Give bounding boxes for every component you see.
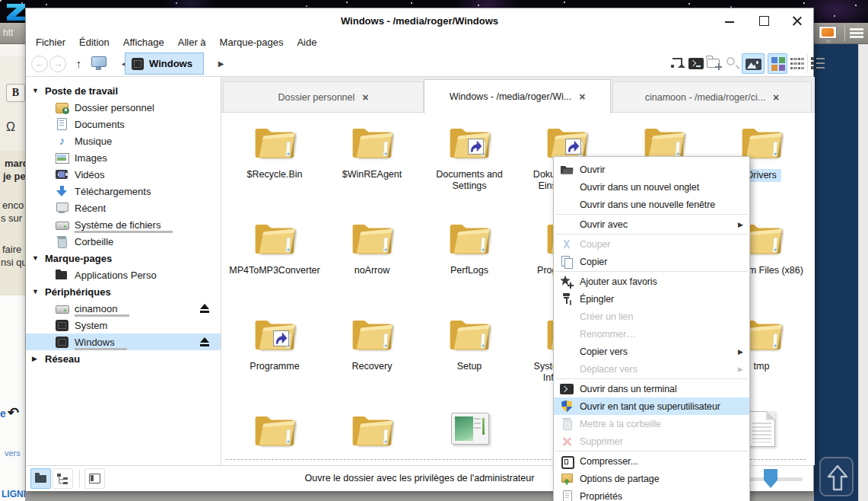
sidebar-item-label: Récent (75, 203, 106, 214)
menu-item-icon (560, 255, 574, 269)
sidebar-item[interactable]: Windows (26, 333, 221, 350)
sidebar-item[interactable]: Téléchargements (26, 183, 221, 199)
context-menu-item[interactable]: Copier vers ▶ (554, 343, 749, 360)
sidebar-item[interactable]: ♪ Musique (26, 132, 221, 149)
context-menu-item[interactable]: Propriétés (554, 487, 749, 501)
file-item[interactable]: noArrow (323, 215, 421, 308)
close-button[interactable] (781, 8, 814, 33)
context-menu-item[interactable]: Épingler (554, 290, 749, 308)
reply-link-fragment[interactable]: e (0, 407, 6, 420)
back-to-top-button[interactable] (819, 457, 854, 496)
compact-view-button[interactable] (787, 53, 807, 74)
path-scroll-right-button[interactable]: ▶ (211, 53, 231, 74)
menubar-item[interactable]: Édition (72, 34, 116, 51)
context-menu-item[interactable]: Ouvrir (554, 161, 749, 178)
tab-close-icon[interactable]: × (579, 91, 585, 103)
menubar-item[interactable]: Fichier (29, 34, 72, 51)
bold-button-fragment[interactable]: B (6, 84, 25, 102)
go-to-location-button[interactable] (669, 53, 688, 74)
zoom-slider-handle[interactable] (764, 469, 777, 488)
sidebar-item[interactable]: Images (26, 149, 221, 166)
sidebar-section-header[interactable]: ▼ Marque-pages (26, 250, 221, 266)
sidebar-section-header[interactable]: ▶ Réseau (26, 350, 221, 367)
open-terminal-button[interactable] (687, 53, 706, 74)
context-menu-item[interactable]: Supprimer (554, 432, 749, 450)
up-button[interactable]: ↑ (69, 53, 88, 74)
detailed-view-button[interactable] (807, 53, 827, 74)
browser-input-fragment (0, 44, 25, 56)
screencast-rss-icon[interactable] (819, 26, 837, 39)
menubar-item[interactable]: Aide (290, 34, 323, 51)
file-item[interactable]: PerfLogs (421, 215, 518, 308)
sidebar-section-header[interactable]: ▼ Périphériques (26, 283, 221, 300)
browser-scrollbar[interactable] (858, 44, 868, 501)
menubar-item[interactable]: Aller à (171, 34, 213, 51)
sidebar-item-label: cinamoon (75, 303, 117, 314)
context-menu-item[interactable]: Déplacer vers ▶ (554, 360, 749, 378)
icon-view-button[interactable] (768, 53, 787, 74)
sidebar-item[interactable]: Système de fichiers (26, 216, 221, 233)
sidebar-section-header[interactable]: ▼ Poste de travail (26, 82, 221, 99)
tab[interactable]: Dossier personnel × (223, 81, 424, 113)
maximize-button[interactable] (747, 8, 781, 33)
tab[interactable]: Windows - /media/roger/Wi... × (424, 79, 611, 113)
path-button[interactable]: Windows (125, 53, 204, 75)
folder-icon (447, 315, 491, 355)
context-menu-item[interactable]: Compresser... (554, 452, 749, 470)
search-button[interactable] (723, 53, 742, 74)
sidebar-item[interactable]: cinamoon (26, 300, 221, 317)
file-item[interactable] (421, 407, 518, 465)
eject-icon[interactable] (199, 303, 210, 313)
menubar-item[interactable]: Marque-pages (213, 34, 291, 51)
sidebar-item[interactable]: System (26, 317, 221, 333)
minimize-button[interactable] (713, 8, 746, 33)
places-button[interactable] (90, 53, 109, 74)
link-fragment[interactable]: vers (5, 448, 21, 458)
sidebar-item[interactable]: Applications Perso (26, 266, 221, 283)
context-menu-item[interactable]: Ouvrir dans un nouvel onglet (554, 178, 749, 196)
sidebar-item[interactable]: Documents (26, 116, 221, 132)
tab-close-icon[interactable]: × (362, 91, 368, 104)
file-item[interactable]: $WinREAgent (323, 119, 421, 212)
eject-icon[interactable] (199, 337, 210, 346)
tab[interactable]: cinamoon - /media/roger/ci... × (612, 81, 812, 113)
context-menu-item[interactable]: Mettre à la corbeille (554, 415, 749, 432)
back-button[interactable]: ← (31, 56, 48, 72)
section-arrow-icon: ▼ (32, 288, 40, 295)
omega-button-fragment[interactable]: Ω (6, 120, 15, 134)
hamburger-menu-icon[interactable] (850, 28, 863, 39)
context-menu-item[interactable]: Créer un lien (554, 308, 749, 325)
context-menu-item[interactable]: Options de partage (554, 470, 749, 487)
context-menu-item[interactable]: Ajouter aux favoris (554, 273, 749, 290)
forward-button[interactable]: → (49, 56, 66, 72)
file-item[interactable] (323, 407, 421, 465)
menubar-item[interactable]: Affichage (116, 34, 171, 51)
menu-item-label: Compresser... (580, 456, 638, 467)
sidebar-item[interactable]: Vidéos (26, 166, 221, 183)
context-menu-item[interactable]: Ouvrir dans une nouvelle fenêtre (554, 196, 749, 213)
file-item[interactable]: Recovery (323, 311, 421, 404)
context-menu-item[interactable]: Ouvrir en tant que superutilisateur (554, 397, 749, 415)
context-menu-item[interactable]: Couper (554, 235, 749, 253)
context-menu-item[interactable]: Ouvrir avec ▶ (554, 215, 749, 233)
file-item[interactable]: MP4ToMP3Converter (226, 215, 323, 308)
file-item[interactable]: Programme (226, 311, 323, 404)
context-menu-item[interactable]: Ouvrir dans un terminal (554, 380, 749, 397)
sidebar-item[interactable]: Corbeille (26, 233, 221, 250)
folder-icon (253, 411, 297, 451)
context-menu-item[interactable]: Renommer… (554, 325, 749, 343)
context-menu-item[interactable]: Copier (554, 253, 749, 270)
tab-close-icon[interactable]: × (773, 91, 779, 104)
sidebar-item[interactable]: Dossier personnel (26, 99, 221, 116)
section-label: Poste de travail (45, 85, 118, 97)
file-item[interactable]: Documents and Settings (421, 119, 518, 212)
sidebar-item[interactable]: Récent (26, 199, 221, 216)
file-item[interactable] (226, 407, 323, 465)
titlebar[interactable]: Windows - /media/roger/Windows (26, 8, 813, 34)
menu-separator (555, 451, 748, 452)
show-thumbnails-button[interactable] (742, 53, 765, 74)
new-folder-button[interactable] (705, 53, 724, 74)
file-item[interactable]: $Recycle.Bin (226, 119, 323, 212)
file-item[interactable]: Setup (421, 311, 518, 404)
page-text-fragment: s sur (1, 212, 22, 224)
